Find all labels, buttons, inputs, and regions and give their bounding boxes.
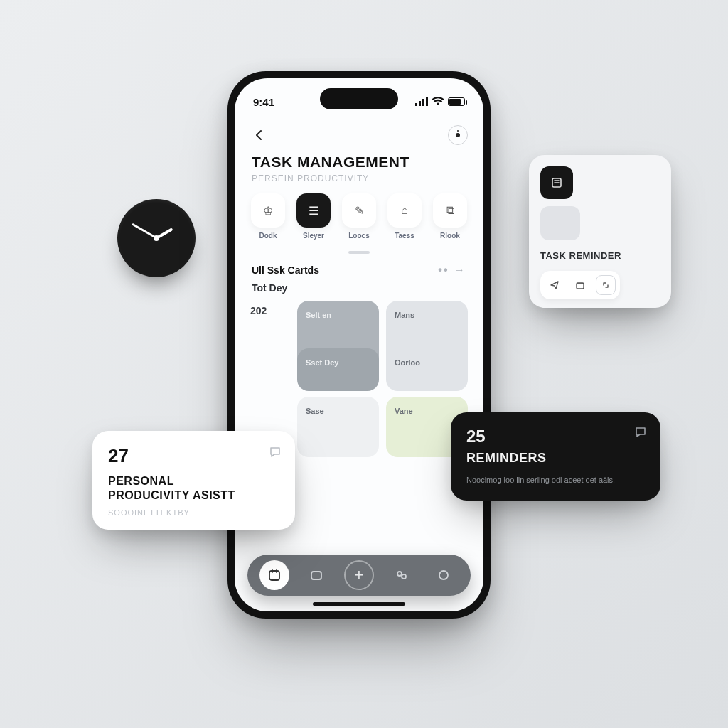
reminder-placeholder [540, 206, 580, 240]
svg-rect-0 [269, 571, 279, 580]
chip-label: Taess [395, 232, 414, 240]
chip-label: Dodk [259, 232, 277, 240]
chip-icon: ✎ [342, 193, 376, 228]
chat-icon[interactable] [633, 425, 648, 439]
section-header: Ull Ssk Cartds •• → [235, 261, 483, 282]
action-archive-icon[interactable] [570, 275, 590, 295]
personal-subtitle: SOOOINETTEKTBY [108, 508, 279, 517]
nav-home[interactable] [259, 560, 289, 590]
reminders-title: REMINDERS [466, 451, 645, 466]
status-icons [415, 97, 465, 106]
task-reminder-widget[interactable]: TASK REMINDER [529, 155, 671, 308]
section-more-button[interactable]: •• → [438, 264, 466, 277]
screen-header [235, 112, 483, 149]
page-title: TASK MANAGEMENT [252, 154, 466, 171]
signal-icon [415, 97, 428, 106]
phone-frame: 9:41 TASK MANAGEMENT PERSEIN PRODUCTIVIT… [228, 71, 491, 619]
task-grid-row-1b: Sset Dey Oorloo [235, 348, 483, 391]
reminder-actions [540, 271, 620, 299]
chip-rlook[interactable]: ⧉ Rlook [431, 193, 469, 240]
title-block: TASK MANAGEMENT PERSEIN PRODUCTIVITY [235, 149, 483, 193]
reminders-card[interactable]: 25 REMINDERS Noocimog loo iin serling od… [451, 412, 660, 500]
back-button[interactable] [250, 126, 269, 144]
chip-loocs[interactable]: ✎ Loocs [340, 193, 378, 240]
bottom-nav: + [247, 555, 471, 596]
status-time: 9:41 [253, 96, 274, 108]
nav-settings[interactable] [429, 560, 459, 590]
reminder-title: TASK REMINDER [540, 250, 660, 261]
svg-rect-1 [311, 572, 321, 579]
task-card[interactable]: Sset Dey [297, 348, 379, 391]
chip-label: Sleyer [303, 232, 324, 240]
chip-icon: ⧉ [433, 193, 467, 228]
svg-point-3 [402, 574, 406, 579]
battery-icon [448, 97, 465, 106]
chip-label: Loocs [348, 232, 369, 240]
reminders-count: 25 [466, 427, 645, 446]
chip-icon: ♔ [251, 193, 285, 228]
chip-taess[interactable]: ⌂ Taess [385, 193, 424, 240]
chip-sleyer[interactable]: ☰ Sleyer [294, 193, 333, 240]
profile-button[interactable] [448, 125, 468, 145]
dynamic-island [320, 88, 398, 109]
reminder-header-icon [540, 166, 573, 199]
svg-point-4 [439, 571, 448, 579]
chip-label: Rlook [440, 232, 460, 240]
personal-title: PERSONAL PRODUCIVITY ASISTT [108, 474, 279, 503]
svg-point-2 [397, 572, 402, 576]
chat-icon[interactable] [268, 445, 282, 459]
action-send-icon[interactable] [545, 275, 564, 295]
reminders-subtitle: Noocimog loo iin serling odi aceet oet a… [466, 474, 645, 486]
section-subtitle: Tot Dey [235, 282, 483, 301]
category-chips: ♔ Dodk ☰ Sleyer ✎ Loocs ⌂ Taess ⧉ Rlook [235, 193, 483, 247]
nav-projects[interactable] [301, 560, 331, 590]
analog-clock [117, 199, 196, 277]
clock-hour-hand [156, 228, 173, 239]
home-indicator[interactable] [313, 602, 405, 606]
personal-count: 27 [108, 445, 279, 467]
phone-screen: 9:41 TASK MANAGEMENT PERSEIN PRODUCTIVIT… [235, 78, 483, 611]
chip-icon: ☰ [296, 193, 331, 228]
page-subtitle: PERSEIN PRODUCTIVITY [252, 173, 466, 183]
section-title: Ull Ssk Cartds [252, 264, 319, 276]
action-expand-icon[interactable] [596, 275, 616, 295]
wifi-icon [432, 97, 444, 106]
personal-productivity-card[interactable]: 27 PERSONAL PRODUCIVITY ASISTT SOOOINETT… [92, 431, 295, 530]
nav-stats[interactable] [387, 560, 417, 590]
task-card[interactable]: Sase [297, 397, 379, 457]
nav-add-button[interactable]: + [344, 560, 374, 590]
chip-dodk[interactable]: ♔ Dodk [249, 193, 287, 240]
drag-handle[interactable] [348, 251, 370, 254]
chip-icon: ⌂ [387, 193, 422, 228]
clock-minute-hand [132, 223, 157, 240]
task-card[interactable]: Oorloo [386, 348, 468, 391]
